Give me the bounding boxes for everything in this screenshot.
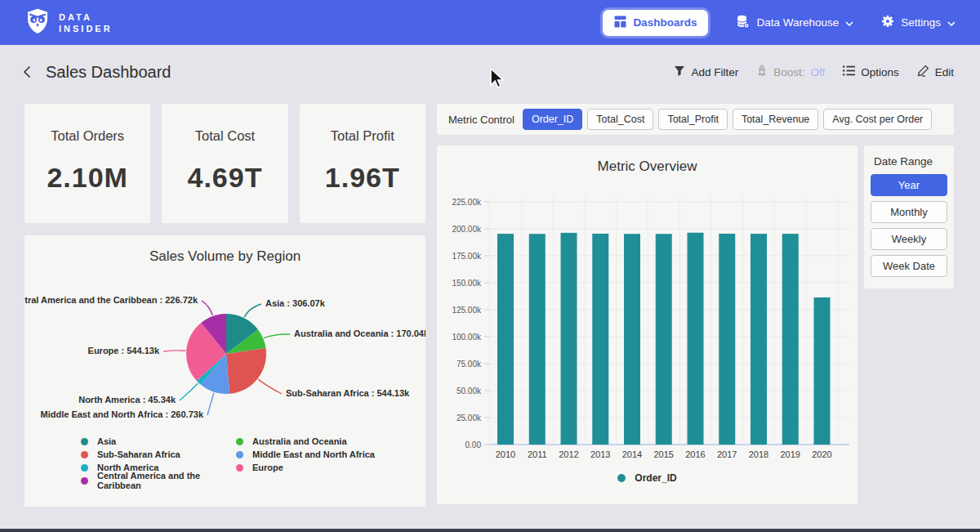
pie-leader-line xyxy=(258,379,282,394)
logo[interactable]: DATA INSIDER xyxy=(24,7,113,38)
boost-toggle[interactable]: Boost: Off xyxy=(756,65,825,79)
x-axis-label: 2018 xyxy=(749,449,768,459)
bar-2017[interactable] xyxy=(719,234,735,445)
y-axis-tick-label: 25.00k xyxy=(457,414,482,422)
bar-2019[interactable] xyxy=(782,234,799,445)
data-warehouse-menu[interactable]: Data Warehouse xyxy=(736,15,853,31)
rocket-icon xyxy=(756,65,768,79)
pie-leader-line xyxy=(202,301,212,315)
logo-text: DATA INSIDER xyxy=(59,11,113,34)
pie-leader-line xyxy=(180,383,198,400)
y-axis-tick-label: 0.00 xyxy=(466,440,482,449)
metric-option-order-id[interactable]: Order_ID xyxy=(523,109,582,130)
legend-item-middle-east-and-north-africa[interactable]: Middle East and North Africa xyxy=(236,448,375,461)
legend-item-central-america-and-the-caribbean[interactable]: Central America and the Caribbean xyxy=(81,474,236,487)
dashboards-button[interactable]: Dashboards xyxy=(603,10,708,36)
y-axis-tick-label: 75.00k xyxy=(457,360,482,369)
x-axis-label: 2013 xyxy=(590,449,610,459)
x-axis-label: 2016 xyxy=(685,449,705,459)
pie-slice-sub-saharan-africa[interactable] xyxy=(226,348,266,394)
bar-2011[interactable] xyxy=(529,234,546,445)
y-axis-tick-label: 200.00k xyxy=(452,225,482,234)
y-axis-tick-label: 150.00k xyxy=(452,279,482,288)
legend-label: Asia xyxy=(97,436,116,446)
settings-menu[interactable]: Settings xyxy=(881,15,956,30)
kpi-label: Total Orders xyxy=(24,128,150,144)
legend-label: Central America and the Caribbean xyxy=(97,471,236,490)
metric-option-avg-cost-per-order[interactable]: Avg. Cost per Order xyxy=(823,109,932,130)
pie-leader-line xyxy=(264,334,290,338)
bar-2013[interactable] xyxy=(592,234,608,445)
pie-label-central-america-and-the-caribbean: Central America and the Caribbean : 226.… xyxy=(24,295,198,305)
x-axis-label: 2020 xyxy=(812,449,831,459)
metric-control-label: Metric Control xyxy=(448,114,514,126)
pie-leader-line xyxy=(207,393,214,415)
date-range-label: Date Range xyxy=(864,155,954,168)
legend-dot xyxy=(81,438,88,445)
x-axis-label: 2014 xyxy=(622,449,642,459)
y-axis-tick-label: 225.00k xyxy=(452,198,482,207)
bar-chart: 0.0025.00k50.00k75.00k100.00k125.00k150.… xyxy=(437,145,858,468)
date-range-option-weekly[interactable]: Weekly xyxy=(871,228,947,250)
options-button[interactable]: Options xyxy=(843,65,899,78)
legend-item-asia[interactable]: Asia xyxy=(81,435,236,448)
bar-2012[interactable] xyxy=(561,233,577,445)
bar-2020[interactable] xyxy=(814,297,831,445)
kpi-value: 1.96T xyxy=(300,162,425,194)
metric-option-total-cost[interactable]: Total_Cost xyxy=(587,109,653,130)
legend-label: Sub-Saharan Africa xyxy=(97,449,180,459)
x-axis-label: 2011 xyxy=(528,449,547,459)
pie-label-europe: Europe : 544.13k xyxy=(88,346,160,355)
legend-dot xyxy=(236,464,243,472)
pie-leader-line xyxy=(163,351,185,351)
x-axis-label: 2017 xyxy=(717,449,737,459)
kpi-row: Total Orders2.10MTotal Cost4.69TTotal Pr… xyxy=(24,104,425,223)
window-bottom-edge xyxy=(0,529,980,532)
pie-label-australia-and-oceania: Australia and Oceania : 170.04k xyxy=(294,329,425,338)
database-icon xyxy=(736,15,750,31)
x-axis-label: 2012 xyxy=(559,449,578,459)
add-filter-button[interactable]: Add Filter xyxy=(674,65,738,79)
pie-label-middle-east-and-north-africa: Middle East and North Africa : 260.73k xyxy=(41,409,204,419)
legend-item-europe[interactable]: Europe xyxy=(236,461,375,474)
legend-dot xyxy=(236,438,243,445)
kpi-card-total-cost: Total Cost4.69T xyxy=(162,104,287,223)
date-range-option-week-date[interactable]: Week Date xyxy=(871,255,947,277)
chevron-down-icon xyxy=(947,16,956,29)
date-range-option-monthly[interactable]: Monthly xyxy=(871,201,947,223)
edit-button[interactable]: Edit xyxy=(917,65,954,79)
kpi-label: Total Cost xyxy=(162,128,287,144)
bar-2010[interactable] xyxy=(497,234,514,445)
kpi-value: 2.10M xyxy=(24,162,150,194)
page-header: Sales Dashboard Add Filter Boost: Off xyxy=(0,45,980,99)
bar-2018[interactable] xyxy=(751,234,767,445)
dashboards-grid-icon xyxy=(614,16,626,30)
x-axis-label: 2019 xyxy=(781,449,800,459)
pie-legend: AsiaSub-Saharan AfricaNorth AmericaCentr… xyxy=(81,435,375,487)
legend-dot xyxy=(236,451,243,458)
gear-icon xyxy=(881,15,894,30)
kpi-card-total-orders: Total Orders2.10M xyxy=(24,104,150,223)
pie-label-asia: Asia : 306.07k xyxy=(265,298,326,308)
metric-option-total-revenue[interactable]: Total_Revenue xyxy=(733,109,818,130)
date-range-option-year[interactable]: Year xyxy=(871,174,947,196)
legend-dot xyxy=(81,451,88,458)
bar-2016[interactable] xyxy=(688,233,704,445)
legend-item-sub-saharan-africa[interactable]: Sub-Saharan Africa xyxy=(81,448,236,461)
legend-label: Order_ID xyxy=(635,472,676,484)
back-button[interactable] xyxy=(23,65,31,78)
y-axis-tick-label: 50.00k xyxy=(457,387,482,396)
kpi-card-total-profit: Total Profit1.96T xyxy=(300,104,425,223)
bar-2015[interactable] xyxy=(656,234,672,445)
y-axis-tick-label: 100.00k xyxy=(452,333,482,342)
bar-2014[interactable] xyxy=(624,234,640,445)
list-icon xyxy=(843,65,855,78)
sales-dashboard-page: DATA INSIDER Dashboards xyxy=(0,0,980,532)
pie-chart-card: Sales Volume by Region Asia : 306.07kAus… xyxy=(24,235,425,507)
legend-item-australia-and-oceania[interactable]: Australia and Oceania xyxy=(236,435,375,448)
metric-control-bar: Metric Control Order_IDTotal_CostTotal_P… xyxy=(437,104,954,135)
chevron-down-icon xyxy=(845,16,853,29)
metric-options: Order_IDTotal_CostTotal_ProfitTotal_Reve… xyxy=(523,109,932,130)
metric-option-total-profit[interactable]: Total_Profit xyxy=(658,109,728,130)
y-axis-tick-label: 125.00k xyxy=(452,306,482,315)
